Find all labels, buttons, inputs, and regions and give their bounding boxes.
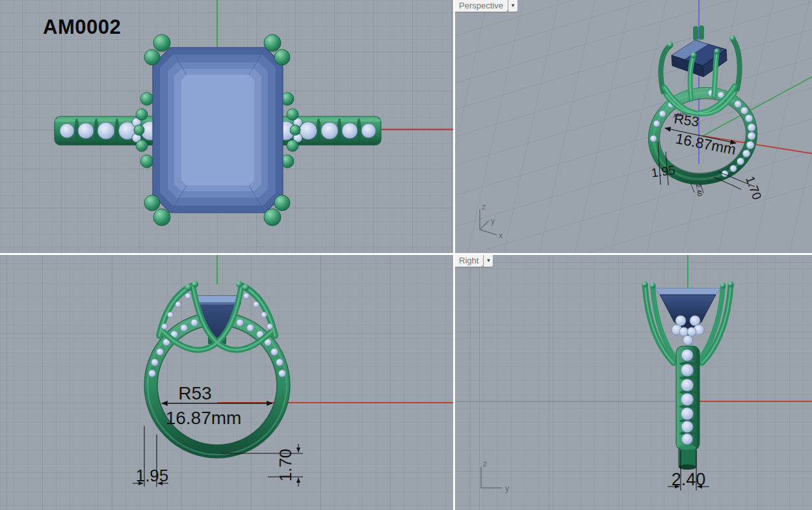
dimension-band-width-front[interactable]: 1.95	[133, 426, 168, 487]
perspective-grid	[455, 0, 812, 253]
svg-text:2.40: 2.40	[672, 470, 706, 489]
svg-text:y: y	[505, 484, 509, 493]
dimension-diameter-perspective[interactable]: R53 16.87mm	[665, 111, 737, 158]
viewport-menu-perspective[interactable]: Perspective ▼	[455, 0, 517, 12]
svg-text:1.70: 1.70	[276, 449, 295, 482]
ring-model-front-view[interactable]	[144, 281, 290, 458]
axis-gizmo: z y x	[480, 202, 503, 240]
svg-text:1.95: 1.95	[136, 466, 169, 485]
viewport-menu-button[interactable]: ▼	[508, 0, 517, 12]
dropdown-arrow-icon: ▼	[486, 258, 491, 263]
viewport-right-view[interactable]: 2.40 z y Right ▼	[455, 255, 812, 510]
viewport-perspective-view[interactable]: AM0002	[455, 0, 812, 253]
ring-model-top-view[interactable]	[55, 34, 381, 226]
svg-text:1.70: 1.70	[743, 174, 764, 202]
viewport-menu-right[interactable]: Right ▼	[455, 255, 493, 267]
shank-tip[interactable]	[679, 446, 696, 470]
svg-text:R53: R53	[673, 111, 700, 129]
viewport-title-right[interactable]: Right	[455, 255, 483, 267]
svg-text:y: y	[491, 217, 495, 226]
viewport-title-perspective[interactable]: Perspective	[455, 0, 508, 12]
viewport-top-view[interactable]: AM0002	[0, 0, 453, 253]
svg-text:16.87mm: 16.87mm	[166, 408, 242, 428]
axis-gizmo: z y	[481, 459, 509, 493]
svg-text:R53: R53	[178, 383, 211, 403]
rhino-workspace: AM0002	[0, 0, 812, 510]
viewport-menu-button[interactable]: ▼	[484, 255, 493, 267]
ring-model-right-view[interactable]	[642, 282, 734, 470]
svg-text:x: x	[499, 231, 503, 240]
svg-text:z: z	[482, 202, 486, 211]
viewport-front-view[interactable]: R53 16.87mm 1.95 1.70	[0, 255, 453, 510]
model-title[interactable]: AM0002	[43, 16, 121, 39]
svg-text:2.40: 2.40	[695, 184, 703, 197]
center-stone-top-view[interactable]	[153, 47, 283, 213]
svg-text:z: z	[483, 459, 487, 468]
dimension-diameter-front[interactable]: R53 16.87mm	[162, 383, 272, 428]
dropdown-arrow-icon: ▼	[510, 3, 516, 8]
